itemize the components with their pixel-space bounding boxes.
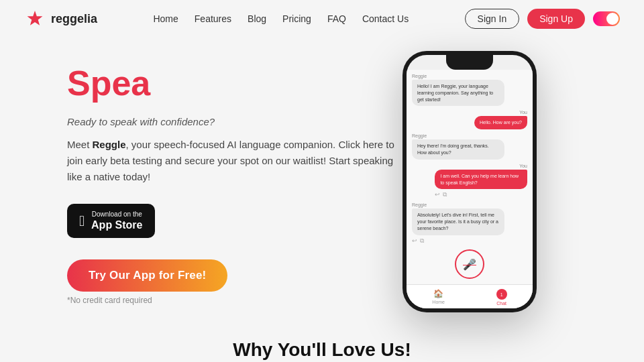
hero-content: Spea Ready to speak with confidence? Mee… xyxy=(67,58,402,305)
why-section: Why You'll Love Us! xyxy=(0,319,644,362)
phone-nav-home-label: Home xyxy=(432,300,445,304)
app-store-text: Download on the App Store xyxy=(91,210,142,231)
reaction-icon-2: ↩ xyxy=(412,237,417,244)
chat-label-2: You xyxy=(474,110,527,115)
chat-msg-5: Reggie Absolutely! Let's dive in! First,… xyxy=(412,202,504,244)
signup-button[interactable]: Sign Up xyxy=(527,9,585,29)
logo-icon xyxy=(24,8,46,29)
chat-label-1: Reggie xyxy=(412,74,504,78)
chat-msg-3: Reggie Hey there! I'm doing great, thank… xyxy=(412,133,504,160)
chat-bubble-4: I am well. Can you help me learn how to … xyxy=(435,170,527,190)
why-title: Why You'll Love Us! xyxy=(0,339,644,361)
chat-msg-1: Reggie Hello! I am Reggie, your language… xyxy=(412,74,504,106)
chat-label-3: Reggie xyxy=(412,133,504,138)
phone-screen: Reggie Hello! I am Reggie, your language… xyxy=(407,70,533,284)
no-credit-text: *No credit card required xyxy=(67,296,152,305)
chat-label-4: You xyxy=(435,164,527,168)
toggle-knob xyxy=(606,13,619,25)
chat-msg-2: You Hello. How are you? xyxy=(474,110,527,129)
home-icon: 🏠 xyxy=(433,289,443,298)
theme-toggle[interactable] xyxy=(593,11,620,26)
app-store-large-text: App Store xyxy=(91,219,142,231)
chat-bubble-2: Hello. How are you? xyxy=(474,116,527,129)
app-store-small-text: Download on the xyxy=(91,210,142,219)
nav-faq[interactable]: FAQ xyxy=(327,13,346,24)
hero-tagline: Ready to speak with confidence? xyxy=(67,116,402,127)
nav-blog[interactable]: Blog xyxy=(248,13,266,24)
cta-section: Try Our App for Free! *No credit card re… xyxy=(67,259,402,305)
hero-description: Meet Reggle, your speech-focused AI lang… xyxy=(67,137,402,185)
copy-icon: ⧉ xyxy=(443,191,447,198)
signin-button[interactable]: Sign In xyxy=(465,9,520,29)
chat-icons-4: ↩ ⧉ xyxy=(435,191,527,198)
nav-actions: Sign In Sign Up xyxy=(465,9,620,29)
chat-label-5: Reggie xyxy=(412,202,504,207)
phone-bottom-nav: 🏠 Home 1 Chat xyxy=(407,284,533,308)
navbar: reggelia Home Features Blog Pricing FAQ … xyxy=(0,0,644,38)
cta-button[interactable]: Try Our App for Free! xyxy=(67,259,227,292)
reaction-icon: ↩ xyxy=(435,191,440,198)
brand-name: Reggle xyxy=(93,139,126,150)
apple-icon:  xyxy=(79,213,85,230)
nav-features[interactable]: Features xyxy=(195,13,231,24)
hero-title: Spea xyxy=(67,64,402,103)
mic-button[interactable]: 🎤 xyxy=(455,249,484,279)
mic-area: 🎤 xyxy=(412,244,527,284)
mic-icon: 🎤 xyxy=(463,258,476,271)
phone-inner: Reggie Hello! I am Reggie, your language… xyxy=(407,55,533,308)
chat-icons-5: ↩ ⧉ xyxy=(412,237,504,244)
copy-icon-2: ⧉ xyxy=(420,237,424,244)
app-store-button[interactable]:  Download on the App Store xyxy=(67,204,155,238)
logo-text: reggelia xyxy=(51,12,97,26)
chat-bubble-1: Hello! I am Reggie, your language learni… xyxy=(412,80,504,106)
chat-badge: 1 xyxy=(496,289,507,300)
phone-nav-home[interactable]: 🏠 Home xyxy=(432,289,445,306)
chat-bubble-5: Absolutely! Let's dive in! First, tell m… xyxy=(412,208,504,235)
chat-msg-4: You I am well. Can you help me learn how… xyxy=(435,164,527,199)
chat-area: Reggie Hello! I am Reggie, your language… xyxy=(412,74,527,244)
hero-section: Spea Ready to speak with confidence? Mee… xyxy=(0,38,644,319)
nav-contact[interactable]: Contact Us xyxy=(362,13,409,24)
nav-home[interactable]: Home xyxy=(153,13,178,24)
nav-links: Home Features Blog Pricing FAQ Contact U… xyxy=(153,13,409,24)
phone-mockup: Reggie Hello! I am Reggie, your language… xyxy=(402,51,537,312)
chat-bubble-3: Hey there! I'm doing great, thanks. How … xyxy=(412,139,504,160)
phone-nav-chat[interactable]: 1 Chat xyxy=(496,289,507,306)
logo[interactable]: reggelia xyxy=(24,8,97,29)
nav-pricing[interactable]: Pricing xyxy=(282,13,311,24)
phone-notch xyxy=(446,55,493,70)
phone-nav-chat-label: Chat xyxy=(496,301,506,306)
